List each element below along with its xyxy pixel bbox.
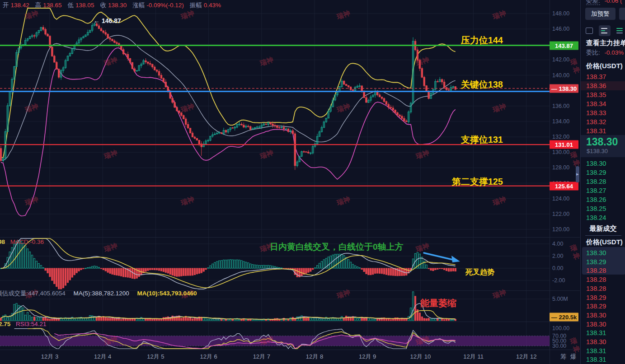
level-label-support-125: 第二支撑125 xyxy=(452,176,503,188)
high-marker: ← 146.87 xyxy=(94,17,121,24)
ask-price-row[interactable]: 138.31 xyxy=(586,126,606,135)
chart-area[interactable]: 开138.42高138.65低138.05收138.30涨幅-0.09%(-0.… xyxy=(0,0,580,364)
bid-price-row[interactable]: 138.27 xyxy=(586,186,606,195)
trade-row[interactable]: 138.30 xyxy=(586,337,606,346)
trade-row[interactable]: 138.30 xyxy=(586,320,606,329)
ohlc-summary: 开138.42高138.65低138.05收138.30涨幅-0.09%(-0.… xyxy=(3,1,227,9)
trade-row[interactable]: 138.31 xyxy=(586,346,606,355)
date-label: 12月 8 xyxy=(306,353,323,361)
trade-row[interactable]: 138.31 xyxy=(586,328,606,337)
ohlc-label: 收 xyxy=(100,2,106,9)
axis-badge: 125.64 xyxy=(550,182,578,190)
ohlc-value: -0.09%(-0.12) xyxy=(146,2,184,9)
volume-axis-tick: 5.00M xyxy=(552,296,568,302)
trade-row[interactable]: 138.29 xyxy=(586,257,606,266)
clipped-button[interactable] xyxy=(619,8,625,20)
trade-row[interactable]: 138.28 xyxy=(586,284,606,293)
macd-axis-tick: 0.00 xyxy=(552,265,563,271)
price-axis-tick: 130.00 xyxy=(552,149,569,155)
ask-price-row[interactable]: 138.34 xyxy=(586,99,606,108)
last-price-usd: $138.30 xyxy=(587,148,608,154)
trade-list-icon[interactable] xyxy=(614,25,625,36)
price-axis: 148.00146.00144.00142.00140.00138.00136.… xyxy=(550,0,580,364)
rsi-axis-tick: 100.00 xyxy=(552,325,569,331)
level-label-resistance-144: 压力位144 xyxy=(461,34,503,47)
axis-badge: 131.01 xyxy=(550,140,578,149)
price-axis-tick: 122.00 xyxy=(552,211,569,217)
ask-price-row[interactable]: 138.37 xyxy=(586,72,606,81)
ohlc-label: 振幅 xyxy=(190,2,202,9)
date-label: 12月 11 xyxy=(463,353,484,361)
axis-badge: 143.87 xyxy=(550,41,578,50)
add-alert-button[interactable]: 加预警 xyxy=(585,8,616,20)
bid-price-row[interactable]: 138.26 xyxy=(586,195,606,204)
view-main-orders-title[interactable]: 查看主力挂单 xyxy=(586,39,625,47)
rsi-axis-tick: 30.00 xyxy=(552,343,566,349)
bid-price-row[interactable]: 138.30 xyxy=(586,159,606,168)
ask-price-row[interactable]: 138.33 xyxy=(586,108,606,117)
price-axis-tick: 120.00 xyxy=(552,226,569,233)
trading-terminal: 开138.42高138.65低138.05收138.30涨幅-0.09%(-0.… xyxy=(0,0,625,364)
ohlc-label: 开 xyxy=(3,2,9,9)
ohlc-value: 138.05 xyxy=(75,2,94,9)
macd-note: 日内黄白线交叉，白线位于0轴上方 xyxy=(270,241,404,253)
price-axis-tick: 132.00 xyxy=(552,134,569,140)
bid-price-row[interactable]: 138.29 xyxy=(586,168,606,177)
orderbook-price-header: 价格(USDT) xyxy=(586,61,623,70)
trades-price-header: 价格(USDT) xyxy=(586,238,623,247)
macd-axis-tick: 4.00 xyxy=(552,241,563,247)
axis-scrollbar-thumb[interactable]: ▶ xyxy=(576,166,579,182)
volume-note: 能量萎缩 xyxy=(420,297,456,309)
volume-indicator-label: 预估成交量:447,405.6054 MA(5):388,782.1200 MA… xyxy=(0,289,197,298)
price-axis-tick: 136.00 xyxy=(552,103,569,109)
date-label: 12月 4 xyxy=(94,353,111,361)
bid-price-row[interactable]: 138.28 xyxy=(586,177,606,186)
ask-price-row[interactable]: 138.36 xyxy=(581,81,625,90)
date-label: 12月 9 xyxy=(359,353,376,361)
trade-row[interactable]: 138.29 xyxy=(586,302,606,311)
pane-link-icon[interactable] xyxy=(583,25,595,36)
price-axis-tick: 124.00 xyxy=(552,196,569,202)
ask-price-row[interactable]: 138.32 xyxy=(586,117,606,126)
corner-button-爆[interactable]: 爆 xyxy=(570,353,577,361)
orderbook-view-icon[interactable] xyxy=(599,25,611,36)
ohlc-label: 涨幅 xyxy=(132,2,145,9)
date-label: 12月 12 xyxy=(516,353,537,361)
last-price-block: 138.30 $138.30 xyxy=(581,135,625,157)
trade-row[interactable]: 138.28 xyxy=(586,266,606,275)
macd-axis-tick: -2.00 xyxy=(552,277,565,284)
death-cross-note: 死叉趋势 xyxy=(465,268,494,277)
price-axis-tick: 128.00 xyxy=(552,164,569,171)
latest-trades-title: 最新成交 xyxy=(581,224,625,233)
corner-button-筹[interactable]: 筹 xyxy=(560,353,567,361)
weibi-stat: 委比: -0.03% xyxy=(586,49,624,57)
bid-price-row[interactable]: 138.25 xyxy=(586,204,606,213)
rsi-indicator-label: 2.75 RSI3:54.21 xyxy=(0,321,47,327)
level-label-support-131: 支撑位131 xyxy=(461,134,503,146)
price-axis-tick: 140.00 xyxy=(552,72,569,79)
bid-price-row[interactable]: 138.24 xyxy=(586,213,606,222)
trade-row[interactable]: 138.31 xyxy=(586,355,606,364)
price-axis-tick: 142.00 xyxy=(552,56,569,63)
trade-row[interactable]: 138.29 xyxy=(586,293,606,302)
date-label: 12月 7 xyxy=(253,353,270,361)
date-label: 12月 6 xyxy=(200,353,217,361)
trade-row[interactable]: 138.30 xyxy=(586,248,606,257)
price-axis-tick: 148.00 xyxy=(552,10,569,17)
date-label: 12月 3 xyxy=(41,353,58,361)
macd-axis-tick: 2.00 xyxy=(552,253,563,259)
price-axis-tick: 134.00 xyxy=(552,118,569,125)
date-label: 12月 10 xyxy=(410,353,431,361)
ohlc-value: 138.65 xyxy=(43,2,61,9)
level-label-key-138: 关键位138 xyxy=(461,79,503,91)
ohlc-label: 低 xyxy=(68,2,74,9)
ohlc-value: 138.42 xyxy=(11,2,29,9)
last-price: 138.30 xyxy=(586,136,618,148)
trade-row[interactable]: 138.30 xyxy=(586,311,606,320)
date-label: 12月 5 xyxy=(147,353,164,361)
ohlc-label: 高 xyxy=(35,2,42,9)
trade-row[interactable]: 138.28 xyxy=(586,275,606,284)
sidebar-partial-stat: 委差: -0.06 ( xyxy=(586,0,622,5)
ohlc-value: 138.30 xyxy=(108,2,127,9)
ask-price-row[interactable]: 138.35 xyxy=(586,90,606,99)
